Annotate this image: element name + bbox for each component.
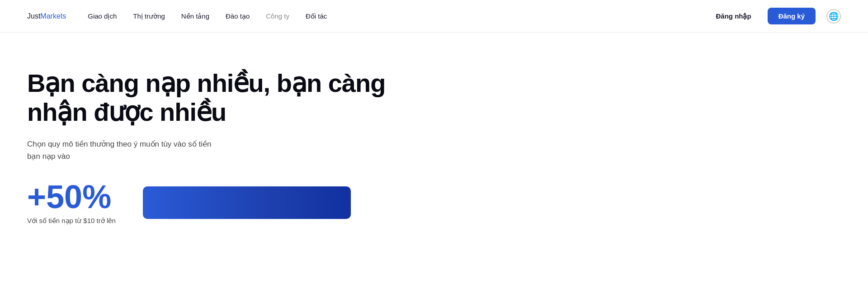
logo-just: Just	[27, 12, 40, 20]
nav-link-giao-dich[interactable]: Giao dịch	[88, 12, 117, 20]
hero-title: Bạn càng nạp nhiều, bạn càng nhận được n…	[27, 69, 407, 127]
hero-section: Bạn càng nạp nhiều, bạn càng nhận được n…	[0, 33, 434, 252]
nav-actions: Đăng nhập Đăng ký 🌐	[710, 8, 841, 24]
globe-icon[interactable]: 🌐	[826, 9, 841, 24]
promo-label: Với số tiền nạp từ $10 trở lên	[27, 217, 116, 225]
promo-section: +50% Với số tiền nạp từ $10 trở lên	[27, 180, 407, 225]
promo-left: +50% Với số tiền nạp từ $10 trở lên	[27, 180, 116, 225]
promo-percent: +50%	[27, 180, 116, 213]
hero-subtitle-line1: Chọn quy mô tiền thưởng theo ý muốn tùy …	[27, 140, 211, 148]
hero-subtitle: Chọn quy mô tiền thưởng theo ý muốn tùy …	[27, 138, 244, 162]
hero-subtitle-line2: bạn nạp vào	[27, 152, 70, 161]
logo-markets: Markets	[40, 12, 66, 20]
register-button[interactable]: Đăng ký	[768, 8, 816, 24]
login-button[interactable]: Đăng nhập	[710, 9, 756, 24]
nav-links: Giao dịch Thị trường Nền tảng Đào tạo Cô…	[88, 12, 710, 20]
logo[interactable]: JustMarkets	[27, 12, 66, 20]
nav-link-doi-tac[interactable]: Đối tác	[306, 12, 327, 20]
nav-link-dao-tao[interactable]: Đào tạo	[226, 12, 250, 20]
promo-bar	[143, 186, 351, 219]
nav-link-cong-ty[interactable]: Công ty	[266, 12, 289, 20]
nav-link-thi-truong[interactable]: Thị trường	[133, 12, 165, 20]
navbar: JustMarkets Giao dịch Thị trường Nền tản…	[0, 0, 868, 33]
nav-link-nen-tang[interactable]: Nền tảng	[181, 12, 209, 20]
